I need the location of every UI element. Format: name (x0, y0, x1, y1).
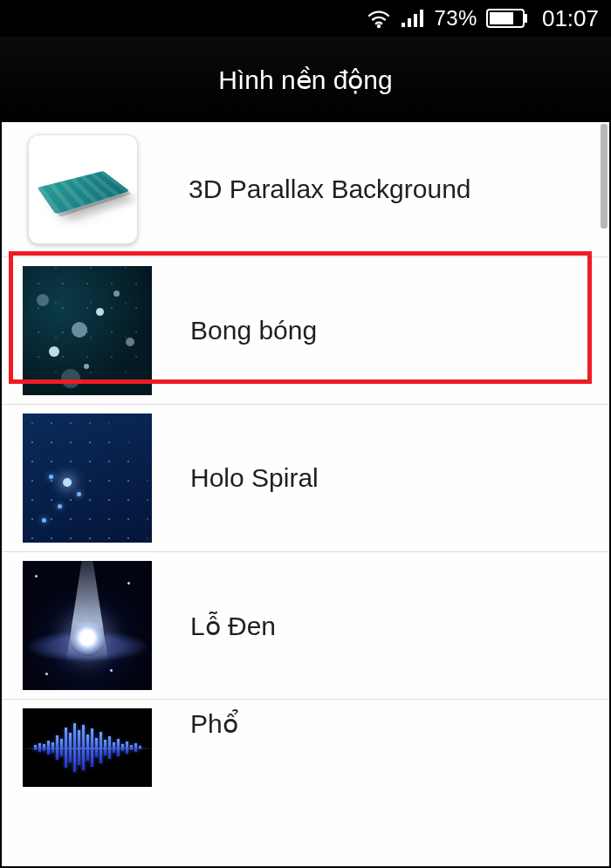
svg-rect-2 (408, 18, 411, 27)
wallpaper-item-3d-parallax[interactable]: 3D Parallax Background (2, 122, 609, 257)
wallpaper-thumb-bubbles (23, 266, 152, 395)
status-clock: 01:07 (542, 5, 599, 32)
status-bar: 73% 01:07 (0, 0, 611, 37)
svg-rect-6 (490, 12, 513, 24)
wallpaper-label: Phổ (190, 708, 238, 739)
wallpaper-item-black-hole[interactable]: Lỗ Đen (2, 552, 609, 700)
wallpaper-label: Bong bóng (190, 316, 317, 345)
wallpaper-thumb-holo-spiral (23, 413, 152, 543)
phone-frame: 73% 01:07 Hình nền động 3D Parallax Back… (0, 0, 611, 868)
wallpaper-list: 3D Parallax Background Bong bóng Holo Sp… (2, 122, 609, 866)
title-bar: Hình nền động (0, 37, 611, 122)
svg-rect-3 (414, 14, 417, 27)
battery-icon (486, 9, 528, 28)
scrollbar-thumb[interactable] (601, 124, 608, 229)
page-title: Hình nền động (218, 65, 392, 95)
svg-rect-4 (420, 10, 423, 27)
wallpaper-item-bubbles[interactable]: Bong bóng (2, 257, 609, 405)
wallpaper-item-holo-spiral[interactable]: Holo Spiral (2, 405, 609, 552)
wallpaper-thumb-3d-parallax (28, 134, 138, 244)
wallpaper-thumb-black-hole (23, 561, 152, 690)
wallpaper-thumb-spectrum (23, 708, 152, 787)
wallpaper-label: Lỗ Đen (190, 611, 276, 641)
svg-point-0 (377, 24, 381, 28)
cell-signal-icon (401, 9, 423, 28)
wifi-icon (366, 8, 392, 29)
svg-rect-1 (402, 23, 405, 27)
svg-rect-7 (525, 14, 527, 23)
battery-percent: 73% (434, 6, 477, 31)
wallpaper-item-spectrum[interactable]: Phổ (2, 700, 609, 787)
wallpaper-label: 3D Parallax Background (189, 174, 471, 204)
wallpaper-label: Holo Spiral (190, 463, 319, 493)
